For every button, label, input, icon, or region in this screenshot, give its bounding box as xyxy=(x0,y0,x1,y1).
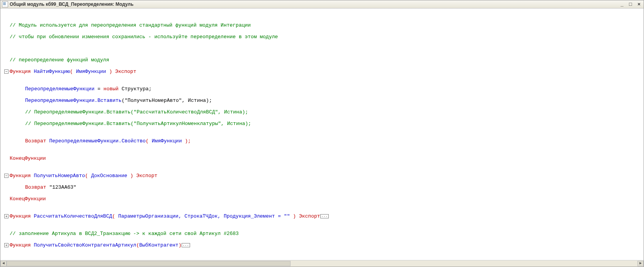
fold-ellipsis[interactable]: ... xyxy=(320,214,329,218)
code-comment: // переопределение функций модуля xyxy=(10,57,109,63)
fold-toggle[interactable] xyxy=(4,69,8,74)
maximize-button[interactable]: □ xyxy=(627,2,634,7)
editor-window: Общий модуль кб99_ВСД_Переопределения: М… xyxy=(0,0,644,267)
code-comment: // заполнение Артикула в ВСД2_Транзакцию… xyxy=(10,231,239,237)
fold-toggle[interactable] xyxy=(4,214,8,218)
scroll-track[interactable] xyxy=(7,261,637,266)
editor-area[interactable]: // Модуль используется для переопределен… xyxy=(0,8,644,260)
window-controls: _ □ × xyxy=(619,2,642,7)
titlebar: Общий модуль кб99_ВСД_Переопределения: М… xyxy=(0,0,644,8)
code-comment: // ПереопределяемыеФункции.Вставить("Рас… xyxy=(25,109,248,115)
minimize-button[interactable]: _ xyxy=(619,2,625,7)
window-title: Общий модуль кб99_ВСД_Переопределения: М… xyxy=(10,2,619,7)
code-comment: // Модуль используется для переопределен… xyxy=(10,22,251,28)
fold-toggle[interactable] xyxy=(4,243,8,247)
scroll-right-arrow-icon[interactable]: ► xyxy=(637,261,644,266)
close-button[interactable]: × xyxy=(636,2,642,7)
horizontal-scrollbar[interactable]: ◄ ► xyxy=(0,260,644,267)
scroll-left-arrow-icon[interactable]: ◄ xyxy=(0,261,7,266)
code-pane[interactable]: // Модуль используется для переопределен… xyxy=(0,8,644,260)
scroll-thumb[interactable] xyxy=(7,261,291,266)
fold-ellipsis[interactable]: ... xyxy=(182,243,190,247)
module-icon xyxy=(2,1,8,7)
code-comment: // чтобы при обновлении изменения сохран… xyxy=(10,34,278,40)
fold-toggle[interactable] xyxy=(4,174,8,178)
code-comment: // ПереопределяемыеФункции.Вставить("Пол… xyxy=(25,121,251,127)
